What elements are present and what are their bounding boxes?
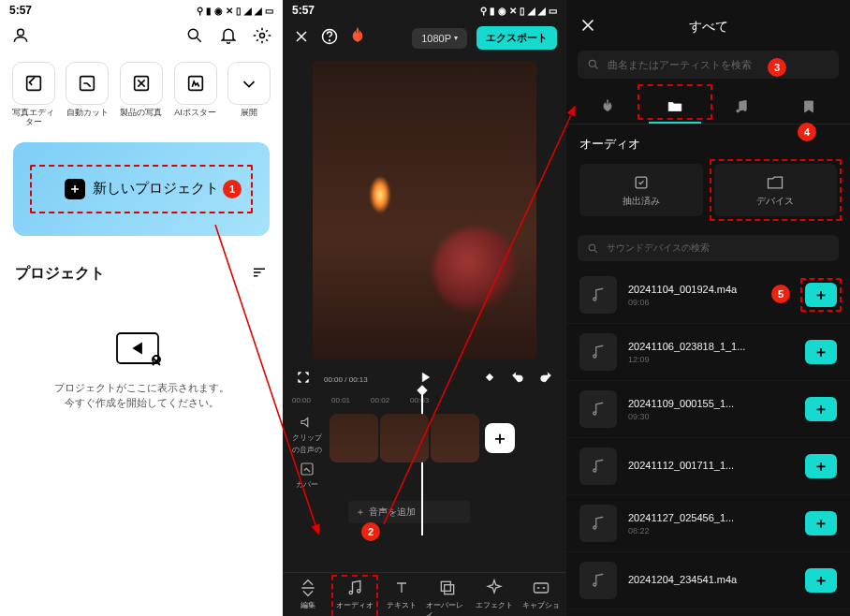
annotation-box-1 [30, 165, 253, 213]
redo-icon[interactable] [538, 370, 553, 389]
playhead[interactable] [421, 390, 423, 535]
source-row: 抽出済み デバイス 4 [566, 158, 850, 222]
sort-icon[interactable] [251, 264, 268, 285]
device-search-wrapper: サウンドデバイスの検索 [578, 235, 839, 261]
category-tabs [566, 82, 850, 125]
tab-hot[interactable] [581, 92, 634, 124]
svg-point-10 [330, 39, 330, 40]
add-audio-track[interactable]: ＋ 音声を追加 [348, 501, 470, 523]
source-device[interactable]: デバイス [714, 164, 838, 216]
clip-thumb[interactable] [380, 414, 429, 462]
close-icon[interactable] [292, 27, 311, 50]
clip-thumb[interactable] [431, 414, 479, 462]
clip-thumb[interactable] [330, 414, 378, 462]
audio-panel: すべて 曲名またはアーティストを検索 3 オーディオ 抽出済み デバイス 4 サ… [566, 0, 850, 616]
tab-caption[interactable]: キャプショ [520, 579, 563, 616]
timeline-axis[interactable]: 00:0000:0100:0200:03 [283, 392, 566, 408]
svg-point-27 [594, 526, 596, 529]
list-item[interactable]: 20241106_023818_1_1...12:09 ＋ [566, 324, 850, 381]
device-search-input[interactable]: サウンドデバイスの検索 [607, 242, 710, 255]
clip-audio-toggle[interactable]: クリップの音声の [292, 414, 322, 455]
cover-button[interactable]: カバー [292, 461, 322, 490]
annotation-box-2 [331, 575, 378, 616]
tab-music-note[interactable] [715, 92, 768, 124]
svg-point-26 [594, 469, 596, 472]
svg-point-20 [744, 109, 747, 111]
undo-icon[interactable] [510, 370, 525, 389]
bell-icon[interactable] [219, 26, 238, 49]
annotation-box-4 [710, 159, 843, 221]
annotation-badge-2: 2 [361, 522, 380, 541]
tab-edit[interactable]: 編集 [286, 579, 330, 616]
music-icon [579, 505, 617, 542]
tab-effect[interactable]: エフェクト [473, 579, 516, 616]
tool-row: 写真エディター 自動カット 製品の写真 AIポスター 展開 [0, 56, 283, 133]
list-item[interactable]: 20241104_001924.m4a09:06 ＋5 [566, 267, 850, 324]
svg-point-18 [589, 60, 595, 66]
clips[interactable]: ＋ [330, 414, 515, 462]
tool-ai-poster[interactable]: AIポスター [171, 62, 220, 127]
search-icon[interactable] [185, 26, 204, 49]
expand-icon[interactable] [296, 370, 311, 389]
svg-point-19 [737, 110, 740, 112]
svg-point-1 [188, 29, 198, 38]
add-audio-button[interactable]: ＋ [805, 454, 837, 478]
svg-point-22 [589, 244, 595, 251]
tab-text[interactable]: テキスト [380, 579, 423, 616]
resolution-button[interactable]: 1080P ▾ [412, 28, 467, 49]
status-icons: ⚲▮◉✕▯◢◢▭ [197, 6, 273, 16]
tool-autocut[interactable]: 自動カット [64, 62, 112, 127]
list-item[interactable]: 20241127_025456_1...08:22 ＋ [566, 495, 850, 552]
status-time: 5:57 [9, 4, 32, 17]
empty-state: プロジェクトがここに表示されます。今すぐ作成を開始してください。 [0, 330, 283, 411]
annotation-badge-4: 4 [798, 123, 816, 141]
tool-photo-editor[interactable]: 写真エディター [9, 62, 58, 127]
search-input[interactable]: 曲名またはアーティストを検索 [608, 58, 752, 72]
tool-expand[interactable]: 展開 [225, 62, 273, 127]
video-preview[interactable] [313, 61, 536, 359]
annotation-box-5 [800, 278, 842, 312]
tool-product-photo[interactable]: 製品の写真 [117, 62, 166, 127]
music-icon [579, 276, 617, 314]
list-item[interactable]: 20241112_001711_1... ＋ [566, 438, 850, 495]
svg-point-2 [260, 34, 265, 38]
svg-point-0 [18, 29, 24, 36]
source-extracted[interactable]: 抽出済み [579, 164, 703, 216]
add-clip-button[interactable]: ＋ [485, 423, 515, 453]
keyframe-icon[interactable] [482, 370, 497, 389]
profile-icon[interactable] [11, 26, 30, 49]
list-item[interactable]: 20241204_234541.m4a ＋ [566, 552, 850, 609]
tab-folder[interactable] [649, 92, 701, 124]
tab-overlay[interactable]: オーバーレイ [426, 579, 469, 616]
tab-audio[interactable]: オーディオ [333, 579, 376, 616]
svg-point-28 [594, 583, 596, 586]
close-icon[interactable] [578, 15, 598, 39]
editor-panel: 5:57 ⚲▮◉✕▯◢◢▭ 1080P ▾ エクスポート 00:00 / 00:… [283, 0, 566, 616]
bottom-toolbar: 編集 オーディオ テキスト オーバーレイ エフェクト キャプショ [283, 572, 566, 616]
annotation-badge-1: 1 [223, 180, 242, 198]
fire-icon[interactable] [348, 27, 367, 50]
add-audio-button[interactable]: ＋5 [805, 283, 837, 307]
add-audio-button[interactable]: ＋ [805, 397, 837, 421]
list-item[interactable]: 20241109_000155_1...09:30 ＋ [566, 381, 850, 438]
svg-rect-17 [534, 583, 548, 593]
new-project-card[interactable]: ＋ 新しいプロジェクト 1 [13, 142, 270, 236]
export-button[interactable]: エクスポート [476, 26, 557, 50]
annotation-badge-3: 3 [768, 58, 786, 77]
add-audio-button[interactable]: ＋ [805, 340, 837, 364]
svg-point-23 [594, 298, 596, 301]
add-audio-button[interactable]: ＋ [805, 568, 837, 593]
search-input-wrapper: 曲名またはアーティストを検索 3 [578, 51, 839, 79]
editor-topbar: 1080P ▾ エクスポート [283, 19, 566, 57]
gear-icon[interactable] [253, 26, 271, 49]
add-audio-button[interactable]: ＋ [805, 511, 837, 535]
status-icons: ⚲▮◉✕▯◢◢▭ [480, 6, 557, 16]
status-bar: 5:57 ⚲▮◉✕▯◢◢▭ [283, 0, 566, 19]
status-bar: 5:57 ⚲▮◉✕▯◢◢▭ [0, 0, 283, 19]
audio-list: 20241104_001924.m4a09:06 ＋5 20241106_023… [566, 267, 850, 609]
music-icon [579, 333, 617, 371]
play-icon[interactable] [418, 370, 432, 389]
svg-point-25 [594, 412, 596, 415]
tab-bookmark[interactable] [783, 92, 835, 124]
help-icon[interactable] [320, 27, 339, 50]
